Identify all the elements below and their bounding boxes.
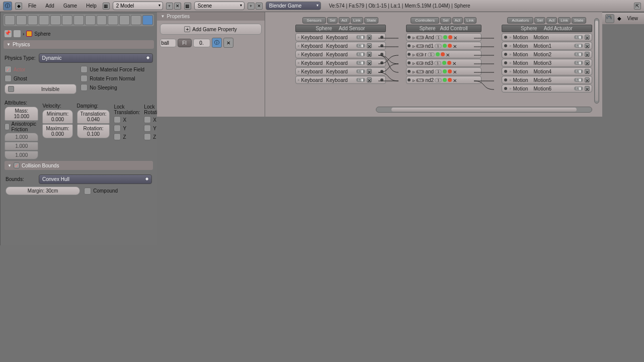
velocity-max-field[interactable]: Maximum: 0.000 [42,124,72,138]
screen-layout-dropdown[interactable]: 2 Model [113,2,163,10]
tab-world-icon[interactable] [28,15,38,25]
menu-file[interactable]: File [25,3,39,9]
tab-object-icon[interactable] [39,15,49,25]
scene-dropdown[interactable]: Scene [194,2,245,10]
actuator-brick[interactable]: ▹MotionMotion1☐▮✕ [502,42,592,50]
tab-material-icon[interactable] [85,15,96,25]
actor-checkbox[interactable] [5,66,12,73]
menu-add[interactable]: Add [42,3,57,9]
controllers-header[interactable]: Controllers [411,17,439,24]
breadcrumb-object[interactable]: Sphere [34,31,50,37]
controller-brick[interactable]: ▹Ornd31✕ [406,59,481,67]
sensor-brick[interactable]: ▹KeyboardKeyboard☐▮✕ [295,67,386,75]
lock-trans-y-checkbox[interactable] [114,125,121,132]
sensors-header[interactable]: Sensors [302,17,326,24]
controller-brick[interactable]: ▹Annd11✕ [406,42,481,50]
logic-hscroll[interactable] [376,107,592,113]
sensor-brick[interactable]: ▹KeyboardKeyboard☐▮✕ [295,50,386,58]
screen-delete-icon[interactable]: ✕ [174,3,181,10]
tab-texture-icon[interactable] [97,15,107,25]
lock-rot-x-checkbox[interactable] [144,116,151,123]
actuators-header[interactable]: Actuators [507,17,533,24]
sensor-brick[interactable]: ▹KeyboardKeyboard☐▮✕ [295,76,386,84]
scene-add-icon[interactable]: + [248,3,255,10]
sensor-brick[interactable]: ▹KeyboardKeyboard☐▮✕ [295,42,386,50]
ctrl-act[interactable]: Act [452,17,463,24]
game-prop-info-icon[interactable]: ⓘ [212,38,222,48]
physics-section-header[interactable]: Physics [4,40,154,49]
tab-effects-icon[interactable] [119,15,130,25]
rotate-normal-checkbox[interactable] [80,75,88,82]
actuator-brick[interactable]: ▹MotionMotion5☐▮✕ [502,76,592,84]
aniso-friction-checkbox[interactable] [5,123,10,130]
back-to-previous-icon[interactable]: ⇱ [634,3,641,10]
editor-type-arrow[interactable]: ◆ [15,3,22,10]
damp-rotation-field[interactable]: Rotation: 0.100 [77,124,110,138]
act-state[interactable]: State [572,17,586,24]
margin-field[interactable]: Margin: 30cm [6,187,80,195]
sensors-state[interactable]: State [364,17,379,24]
actuator-brick[interactable]: ▹MotionMotion4☐▮✕ [502,67,592,75]
invisible-button[interactable]: Invisible [5,84,76,94]
scene-delete-icon[interactable]: ✕ [256,3,263,10]
sensors-link[interactable]: Link [351,17,363,24]
sensor-brick[interactable]: ▹KeyboardKeyboard☐▮✕ [295,59,386,67]
logic-editor-icon[interactable]: 🎮 [605,14,614,23]
game-props-header[interactable]: Properties [157,12,265,21]
act-act[interactable]: Act [546,17,557,24]
sensor-brick[interactable]: ▹KeyboardKeyboard☐▮✕ [295,33,386,41]
actuator-brick[interactable]: ▹MotionMotion6☐▮✕ [502,84,592,93]
game-prop-delete-icon[interactable]: ✕ [223,38,233,48]
controller-brick[interactable]: ▹Naand1✕ [406,67,481,75]
ctrl-link[interactable]: Link [464,17,476,24]
actuator-brick[interactable]: ▹MotionMotion☐▮✕ [502,33,592,41]
add-actuator-button[interactable]: Add Actuator [544,26,573,31]
game-prop-name-input[interactable] [160,39,176,47]
bounds-dropdown[interactable]: Convex Hull [39,174,152,184]
logic-editor[interactable]: Sensors Sel Act Link State Sphere Add Se… [265,12,602,117]
tab-mesh-icon[interactable] [131,15,141,25]
tab-render-icon[interactable] [5,15,15,25]
mass-field[interactable]: Mass: 10.000 [5,107,38,121]
lock-trans-x-checkbox[interactable] [114,116,121,123]
info-icon[interactable]: ⓘ [3,2,12,11]
velocity-min-field[interactable]: Minimum: 0.000 [42,110,72,124]
material-force-checkbox[interactable] [80,66,88,73]
ghost-checkbox[interactable] [5,75,12,82]
tab-data-icon[interactable] [73,15,84,25]
no-sleeping-checkbox[interactable] [80,84,88,91]
engine-dropdown[interactable]: Blender Game [266,2,321,10]
add-controller-button[interactable]: Add Controll [440,26,468,31]
controller-brick[interactable]: ▹Orr1✕ [406,50,481,58]
controller-brick[interactable]: ▹AnAnd1✕ [406,33,481,41]
tab-scene-icon[interactable] [16,15,27,25]
damp-translation-field[interactable]: Translation: 0.040 [77,110,110,124]
tab-physics-icon[interactable] [142,15,153,25]
controller-brick[interactable]: ▹Nand21✕ [406,76,481,84]
scene-icon[interactable] [14,30,21,37]
tab-constraints-icon[interactable] [50,15,61,25]
tab-particles-icon[interactable] [108,15,118,25]
tab-modifiers-icon[interactable] [62,15,72,25]
game-prop-value-input[interactable] [193,39,210,47]
screen-add-icon[interactable]: + [166,3,173,10]
collision-enable-checkbox[interactable] [14,162,20,168]
actuator-brick[interactable]: ▹MotionMotion3☐▮✕ [502,59,592,67]
collision-section-header[interactable]: Collision Bounds [5,161,153,170]
screen-browse-icon[interactable]: ▦ [103,3,110,10]
lock-rot-z-checkbox[interactable] [144,133,151,140]
game-prop-type-dropdown[interactable]: Fl [178,39,192,47]
act-link[interactable]: Link [558,17,571,24]
editor-arrow2-icon[interactable]: ◆ [617,16,621,21]
bottom-menu-view[interactable]: View [624,16,641,21]
ctrl-sel[interactable]: Sel [440,17,451,24]
compound-checkbox[interactable] [84,188,91,195]
add-game-property-button[interactable]: +Add Game Property [160,24,262,35]
actuator-brick[interactable]: ▹MotionMotion2☐▮✕ [502,50,592,58]
physics-type-dropdown[interactable]: Dynamic [39,53,153,63]
lock-trans-z-checkbox[interactable] [114,133,121,140]
add-sensor-button[interactable]: Add Sensor [339,26,365,31]
logic-vscroll[interactable] [594,18,599,104]
sensors-sel[interactable]: Sel [327,17,338,24]
act-sel[interactable]: Sel [534,17,545,24]
